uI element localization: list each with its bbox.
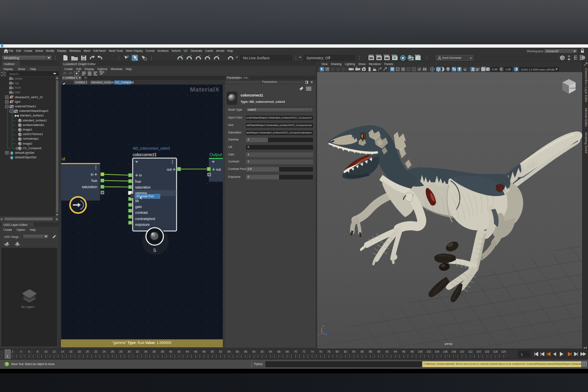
svg-text:86: 86 [361, 350, 364, 353]
svg-text:out ✛: out ✛ [167, 167, 176, 172]
svg-text:22: 22 [94, 350, 97, 353]
svg-text:lift: lift [135, 199, 139, 203]
svg-text:110: 110 [460, 350, 464, 353]
svg-text:82: 82 [344, 350, 347, 353]
svg-text:Promote Port: Promote Port [137, 195, 154, 198]
svg-text:8: 8 [37, 350, 39, 353]
svg-text:60: 60 [252, 350, 255, 353]
svg-text:52: 52 [219, 350, 222, 353]
svg-text:in ✛: in ✛ [91, 172, 97, 177]
svg-text:1: 1 [7, 355, 8, 358]
svg-text:16: 16 [69, 350, 72, 353]
svg-text:Output: Output [210, 152, 222, 157]
svg-text:88: 88 [369, 350, 372, 353]
svg-text:104: 104 [435, 350, 439, 353]
svg-text:saturation: saturation [135, 185, 151, 189]
svg-text:ND_colorcorrect_color3: ND_colorcorrect_color3 [133, 146, 170, 150]
svg-text:ut: ut [62, 157, 65, 161]
svg-text:40: 40 [169, 350, 172, 353]
svg-text:14: 14 [61, 350, 64, 353]
svg-text:✛ out: ✛ out [212, 167, 221, 172]
svg-text:contrast: contrast [135, 211, 148, 215]
svg-text:hue: hue [92, 179, 97, 183]
svg-text:1.00: 1.00 [505, 68, 511, 71]
svg-text:114: 114 [477, 350, 481, 353]
svg-text:18: 18 [77, 350, 81, 353]
svg-text:exposure: exposure [135, 223, 150, 227]
svg-text:1: 1 [521, 353, 523, 356]
svg-text:92: 92 [386, 350, 389, 353]
svg-text:68: 68 [286, 350, 289, 353]
svg-text:94: 94 [394, 350, 397, 353]
svg-text:62: 62 [260, 350, 264, 353]
svg-text:24: 24 [103, 350, 106, 353]
svg-text:70: 70 [294, 350, 297, 353]
svg-text:colorcorrect1: colorcorrect1 [133, 152, 157, 157]
svg-text:54: 54 [227, 350, 231, 353]
svg-text:84: 84 [352, 350, 356, 353]
svg-text:80: 80 [335, 350, 339, 353]
svg-text:116: 116 [485, 350, 489, 353]
svg-text:76: 76 [319, 350, 322, 353]
svg-text:58: 58 [244, 350, 247, 353]
svg-text:72: 72 [302, 350, 306, 353]
svg-text:28: 28 [119, 350, 123, 353]
svg-text:Y: Y [323, 325, 324, 327]
svg-text:48: 48 [202, 350, 206, 353]
svg-text:saturation: saturation [82, 185, 98, 189]
svg-text:hue: hue [135, 179, 141, 184]
svg-text:26: 26 [111, 350, 114, 353]
svg-text:106: 106 [443, 350, 448, 353]
svg-text:6: 6 [28, 350, 30, 353]
svg-text:100: 100 [418, 350, 423, 353]
svg-text:36: 36 [152, 350, 156, 353]
svg-text:90: 90 [377, 350, 381, 353]
svg-text:98: 98 [410, 350, 414, 353]
svg-text:20: 20 [86, 350, 89, 353]
svg-text:✛ in: ✛ in [135, 173, 142, 177]
svg-text:108: 108 [451, 350, 456, 353]
svg-text:118: 118 [493, 350, 498, 353]
svg-text:38: 38 [161, 350, 164, 353]
svg-text:gain: gain [135, 205, 142, 209]
svg-text:10: 10 [44, 350, 48, 353]
svg-text:42: 42 [177, 350, 181, 353]
svg-text:ACES 1.0 SDR-video (sRGB): ACES 1.0 SDR-video (sRGB) [521, 68, 554, 71]
svg-text:78: 78 [327, 350, 330, 353]
svg-text:contrastpivot: contrastpivot [135, 217, 156, 221]
svg-text:S: S [153, 248, 156, 253]
svg-text:50: 50 [211, 350, 214, 353]
svg-text:2: 2 [12, 350, 13, 353]
svg-text:64: 64 [269, 350, 272, 353]
svg-text:4: 4 [20, 350, 22, 353]
svg-text:0.00: 0.00 [492, 68, 498, 71]
svg-text:persp: persp [445, 342, 453, 346]
svg-text:44: 44 [186, 350, 189, 353]
svg-text:112: 112 [468, 350, 472, 353]
svg-text:34: 34 [144, 350, 147, 353]
svg-text:30: 30 [128, 350, 131, 353]
svg-text:RIGHT: RIGHT [570, 87, 577, 90]
svg-text:96: 96 [402, 350, 405, 353]
svg-text:120: 120 [501, 350, 506, 353]
svg-text:56: 56 [236, 350, 239, 353]
svg-text:46: 46 [194, 350, 198, 353]
svg-text:32: 32 [136, 350, 139, 353]
svg-text:12: 12 [53, 350, 56, 353]
svg-text:74: 74 [311, 350, 314, 353]
svg-text:66: 66 [277, 350, 281, 353]
svg-text:102: 102 [427, 350, 431, 353]
